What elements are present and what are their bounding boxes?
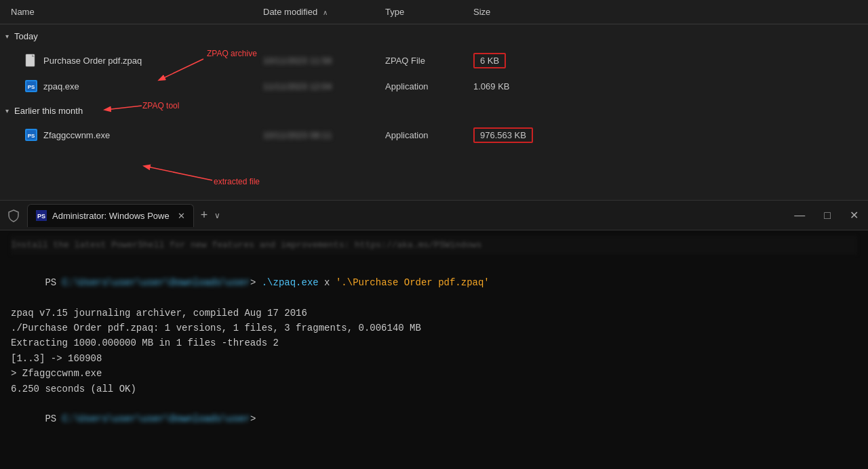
terminal-tab-active[interactable]: PS Administrator: Windows Powe ✕	[27, 204, 194, 227]
terminal-output-1: zpaq v7.15 journaling archiver, compiled…	[11, 306, 857, 321]
size-box-zfag: 976.563 KB	[473, 127, 533, 143]
file-size-zfag: 976.563 KB	[473, 127, 561, 143]
shield-icon	[5, 207, 22, 224]
file-size-zpaqexe: 1.069 KB	[473, 81, 561, 91]
ps-label: PS	[45, 277, 62, 288]
svg-line-13	[144, 166, 212, 180]
file-type-zfag: Application	[385, 130, 473, 140]
group-header-earlier[interactable]: ▾ Earlier this month	[0, 99, 868, 122]
terminal-tab-title: Administrator: Windows Powe	[52, 211, 170, 221]
terminal-window-controls: — □ ✕	[790, 207, 863, 223]
terminal-final-prompt: PS C:\Users\user\user\Downloads\user>	[11, 396, 857, 442]
group-label-today: Today	[14, 31, 38, 41]
group-label-earlier: Earlier this month	[14, 106, 83, 116]
chevron-down-icon-2: ▾	[5, 107, 9, 115]
file-name-zpaq: Purchase Order pdf.zpaq	[43, 56, 142, 66]
powershell-icon: PS	[36, 210, 47, 221]
file-type-zpaqexe: Application	[385, 81, 473, 91]
terminal-output-3: Extracting 1000.000000 MB in 1 files -th…	[11, 335, 857, 350]
svg-text:PS: PS	[28, 133, 35, 139]
terminal-section: PS Administrator: Windows Powe ✕ + ∨ — □…	[0, 200, 868, 469]
terminal-tab-bar: PS Administrator: Windows Powe ✕ + ∨ — □…	[0, 201, 868, 230]
zpaq-command: .\zpaq.exe	[262, 277, 319, 288]
file-row-zfag[interactable]: PS Zfaggccwnm.exe 10/11/2023 08:11 Appli…	[0, 122, 868, 148]
zpaq-argument: '.\Purchase Order pdf.zpaq'	[336, 277, 490, 288]
terminal-output-4: [1..3] -> 160908	[11, 351, 857, 366]
file-size-zpaq: 6 KB	[473, 53, 561, 68]
group-header-today[interactable]: ▾ Today	[0, 24, 868, 47]
svg-text:extracted file: extracted file	[214, 177, 260, 186]
blank-file-icon	[24, 54, 38, 67]
terminal-command-line: PS C:\Users\user\user\Downloads\user> .\…	[11, 260, 857, 306]
file-date-zpaqexe: 11/11/2023 12:04	[263, 81, 385, 91]
exe-file-icon-zfag: PS	[24, 128, 38, 142]
file-row-zpaq-exe[interactable]: PS zpaq.exe 11/11/2023 12:04 Application…	[0, 73, 868, 99]
file-name-zpaqexe: zpaq.exe	[43, 81, 79, 91]
new-tab-button[interactable]: +	[197, 208, 212, 222]
file-explorer: Name Date modified ∧ Type Size ▾ Today P…	[0, 0, 868, 200]
svg-text:PS: PS	[37, 213, 45, 220]
file-date-zpaq: 10/11/2023 11:58	[263, 56, 385, 66]
file-name-zfag: Zfaggccwnm.exe	[43, 130, 110, 140]
size-box-zpaq: 6 KB	[473, 53, 506, 68]
tab-dropdown-button[interactable]: ∨	[214, 211, 220, 220]
file-row-zpaq-archive[interactable]: Purchase Order pdf.zpaq 10/11/2023 11:58…	[0, 47, 868, 73]
terminal-path: C:\Users\user\user\Downloads\user	[62, 275, 250, 290]
terminal-output-6: 6.250 seconds (all OK)	[11, 382, 857, 396]
terminal-output-2: ./Purchase Order pdf.zpaq: 1 versions, 1…	[11, 321, 857, 335]
terminal-content: Install the latest PowerShell for new fe…	[0, 230, 868, 447]
file-date-zfag: 10/11/2023 08:11	[263, 130, 385, 140]
minimize-button[interactable]: —	[790, 208, 809, 223]
svg-text:PS: PS	[28, 84, 35, 90]
terminal-arrow: >	[250, 277, 262, 288]
chevron-down-icon: ▾	[5, 33, 9, 40]
sort-arrow-icon: ∧	[323, 9, 328, 16]
col-header-type[interactable]: Type	[385, 7, 473, 17]
maximize-button[interactable]: □	[820, 208, 835, 223]
file-type-zpaq: ZPAQ File	[385, 56, 473, 66]
terminal-output-5: > Zfaggccwnm.exe	[11, 366, 857, 381]
exe-file-icon-zpaq: PS	[24, 79, 38, 93]
col-header-date[interactable]: Date modified ∧	[263, 7, 385, 17]
close-window-button[interactable]: ✕	[846, 207, 863, 223]
column-headers: Name Date modified ∧ Type Size	[0, 0, 868, 24]
col-header-size[interactable]: Size	[473, 7, 561, 17]
terminal-blur-line: Install the latest PowerShell for new fe…	[11, 236, 857, 255]
col-header-name[interactable]: Name	[5, 7, 263, 17]
terminal-tab-close-button[interactable]: ✕	[178, 211, 185, 221]
